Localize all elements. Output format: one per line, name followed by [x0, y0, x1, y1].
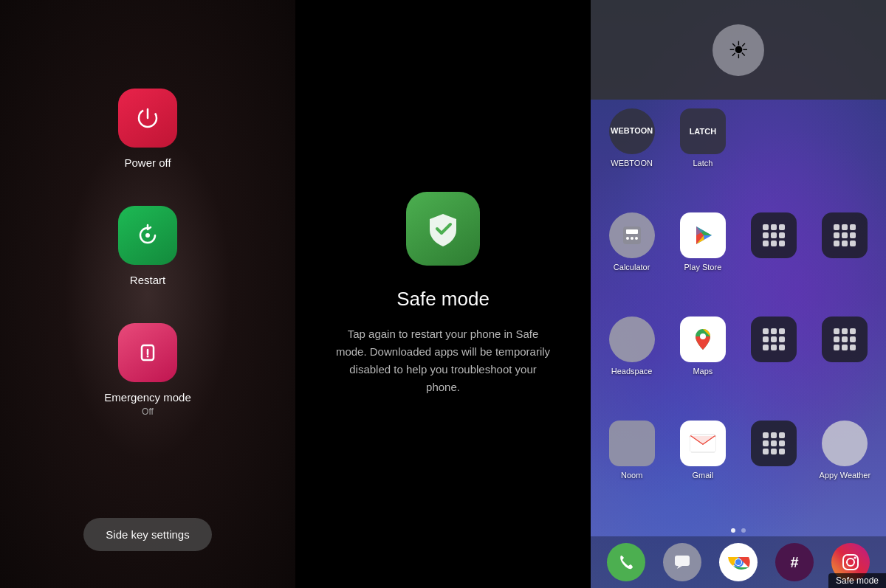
latch-icon: LATCH	[680, 108, 726, 154]
appy-weather-label: Appy Weather	[820, 471, 871, 480]
gmail-label: Gmail	[693, 471, 714, 480]
noom-icon	[609, 421, 655, 466]
svg-point-25	[854, 557, 856, 559]
apps-2[interactable]	[811, 212, 879, 305]
empty-1	[741, 108, 808, 201]
apps-icon-2	[822, 212, 868, 258]
power-off-button[interactable]	[118, 89, 177, 148]
side-key-settings-button[interactable]: Side key settings	[83, 518, 211, 551]
apps-4[interactable]	[811, 317, 879, 409]
svg-rect-6	[623, 226, 641, 244]
svg-point-24	[847, 558, 854, 566]
svg-point-8	[626, 237, 629, 240]
home-content: ☀ WEBTOON WEBTOON LATCH Latch	[591, 0, 886, 588]
apps-icon-5	[751, 421, 797, 466]
safe-mode-description: Tap again to restart your phone in Safe …	[332, 325, 554, 396]
play-store-app[interactable]: Play Store	[669, 212, 736, 305]
emergency-option[interactable]: Emergency mode Off	[104, 323, 191, 417]
webtoon-app[interactable]: WEBTOON WEBTOON	[598, 108, 665, 201]
top-widget[interactable]: ☀	[591, 0, 886, 100]
restart-label: Restart	[130, 274, 165, 286]
emergency-label: Emergency mode	[104, 391, 191, 404]
bottom-dock: # Safe mode	[591, 536, 886, 588]
gmail-icon	[680, 421, 726, 466]
empty-2	[811, 108, 879, 201]
safe-mode-badge: Safe mode	[828, 573, 886, 588]
latch-label: Latch	[693, 159, 712, 167]
play-store-icon	[680, 212, 726, 258]
apps-5[interactable]	[741, 421, 808, 513]
safe-mode-icon[interactable]	[406, 192, 480, 266]
app-grid: WEBTOON WEBTOON LATCH Latch	[591, 100, 886, 525]
page-dots	[591, 525, 886, 536]
gmail-app[interactable]: Gmail	[669, 421, 736, 513]
weather-widget-icon[interactable]: ☀	[712, 24, 764, 76]
home-screen-panel: ☀ WEBTOON WEBTOON LATCH Latch	[591, 0, 886, 588]
maps-icon	[680, 317, 726, 362]
dot-1	[731, 528, 735, 533]
svg-point-5	[147, 356, 149, 358]
appy-weather-app[interactable]: Appy Weather	[811, 421, 879, 513]
calculator-icon	[609, 212, 655, 258]
messages-dock-icon[interactable]	[663, 543, 701, 581]
apps-icon-3	[751, 317, 797, 362]
webtoon-icon: WEBTOON	[609, 108, 655, 154]
noom-label: Noom	[621, 471, 642, 480]
webtoon-label: WEBTOON	[611, 159, 653, 167]
restart-button[interactable]	[118, 206, 177, 265]
slack-dock-icon[interactable]: #	[775, 543, 814, 581]
restart-option[interactable]: Restart	[118, 206, 177, 286]
svg-point-10	[635, 237, 638, 240]
latch-app[interactable]: LATCH Latch	[669, 108, 736, 201]
maps-label: Maps	[693, 367, 712, 376]
appy-weather-icon	[822, 421, 868, 466]
svg-point-22	[735, 559, 741, 565]
power-menu-panel: Power off Restart Emergency mode	[0, 0, 295, 588]
dot-2	[741, 528, 746, 533]
headspace-label: Headspace	[611, 367, 653, 376]
maps-app[interactable]: Maps	[669, 317, 736, 409]
emergency-button[interactable]	[118, 323, 177, 382]
svg-rect-7	[626, 229, 638, 234]
svg-point-9	[631, 237, 633, 240]
svg-point-2	[145, 233, 150, 238]
apps-icon-4	[822, 317, 868, 362]
power-off-label: Power off	[124, 156, 171, 169]
svg-rect-18	[675, 556, 690, 566]
headspace-icon	[609, 317, 655, 362]
calculator-app[interactable]: Calculator	[598, 212, 665, 305]
chrome-dock-icon[interactable]	[719, 543, 758, 581]
emergency-sublabel: Off	[142, 407, 154, 417]
apps-3[interactable]	[741, 317, 808, 409]
phone-dock-icon[interactable]	[607, 543, 645, 581]
safe-mode-panel: Safe mode Tap again to restart your phon…	[295, 0, 591, 588]
calculator-label: Calculator	[614, 263, 650, 271]
power-options-list: Power off Restart Emergency mode	[104, 89, 191, 417]
apps-icon-1	[751, 212, 797, 258]
headspace-app[interactable]: Headspace	[598, 317, 665, 409]
safe-mode-title: Safe mode	[396, 288, 490, 311]
svg-point-16	[700, 333, 706, 339]
noom-app[interactable]: Noom	[598, 421, 665, 513]
apps-1[interactable]	[741, 212, 808, 305]
play-store-label: Play Store	[684, 263, 722, 271]
power-off-option[interactable]: Power off	[118, 89, 177, 169]
